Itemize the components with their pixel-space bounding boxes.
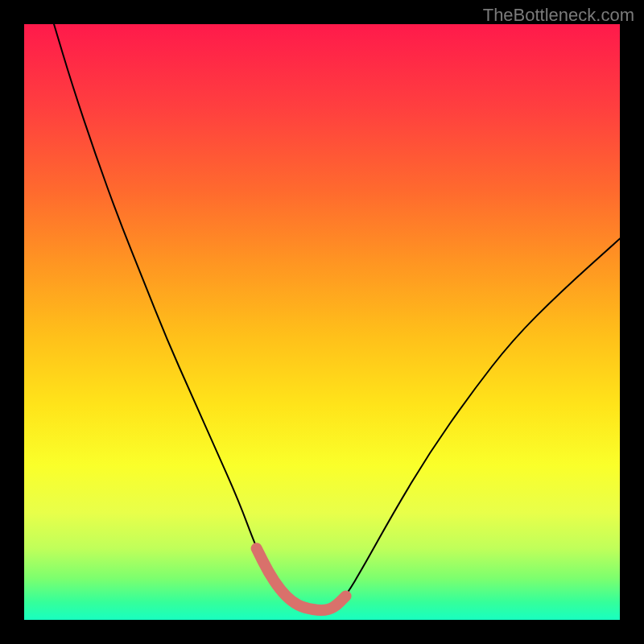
- plot-area: [24, 24, 620, 620]
- curve-layer: [24, 24, 620, 620]
- chart-container: TheBottleneck.com: [0, 0, 644, 644]
- watermark-text: TheBottleneck.com: [483, 5, 634, 26]
- highlight-segment: [257, 548, 346, 610]
- bottleneck-curve: [54, 24, 620, 610]
